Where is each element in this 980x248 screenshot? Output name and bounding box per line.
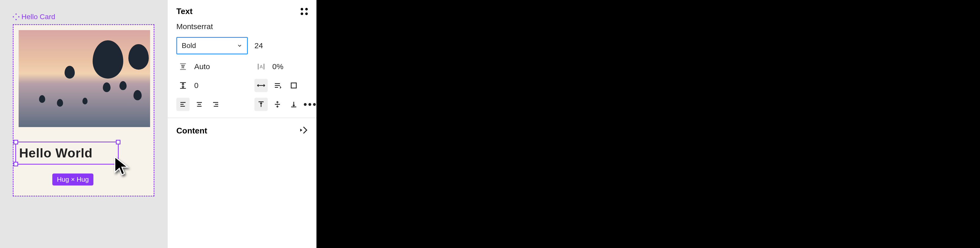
svg-text:A: A — [259, 64, 263, 69]
cursor-icon — [114, 156, 129, 176]
resize-handle-bl[interactable] — [14, 162, 18, 166]
drag-handle-icon[interactable] — [301, 8, 308, 15]
svg-rect-0 — [15, 14, 17, 15]
svg-rect-6 — [291, 83, 296, 88]
component-label[interactable]: Hello Card — [13, 13, 55, 21]
empty-area — [317, 0, 980, 248]
align-bottom-icon[interactable] — [287, 98, 301, 111]
card-image[interactable] — [19, 30, 150, 127]
inspector-panel: Text Montserrat Bold 24 A Auto — [167, 0, 317, 248]
chevron-down-icon — [237, 43, 242, 48]
sizing-badge: Hug × Hug — [52, 173, 94, 186]
align-center-icon[interactable] — [192, 98, 206, 111]
align-right-icon[interactable] — [209, 98, 222, 111]
align-left-icon[interactable] — [177, 98, 189, 111]
apply-content-icon[interactable] — [299, 126, 308, 135]
component-icon — [13, 14, 19, 20]
fixed-size-icon[interactable] — [287, 79, 301, 92]
text-layer-selection[interactable]: Hello World — [15, 141, 119, 165]
canvas[interactable]: Hello Card Hello World Hug × Hug — [0, 0, 167, 248]
card-frame[interactable] — [13, 24, 154, 197]
font-family-field[interactable]: Montserrat — [177, 22, 308, 31]
auto-width-icon[interactable] — [255, 79, 268, 92]
paragraph-spacing-icon — [177, 79, 189, 92]
align-top-icon[interactable] — [255, 98, 268, 111]
paragraph-spacing-value[interactable]: 0 — [194, 81, 199, 90]
letter-spacing-value[interactable]: 0% — [272, 62, 283, 71]
auto-height-icon[interactable] — [271, 79, 284, 92]
svg-rect-2 — [13, 16, 14, 17]
line-height-value[interactable]: Auto — [194, 62, 210, 71]
svg-rect-1 — [15, 19, 17, 20]
font-size-field[interactable]: 24 — [255, 41, 263, 50]
content-section-title: Content — [177, 126, 207, 135]
letter-spacing-icon: A — [255, 60, 268, 73]
svg-rect-3 — [18, 16, 19, 17]
resize-handle-tl[interactable] — [14, 140, 18, 145]
text-section: Text Montserrat Bold 24 A Auto — [168, 0, 317, 118]
resize-handle-tr[interactable] — [116, 140, 121, 145]
line-height-icon: A — [177, 60, 189, 73]
component-label-text: Hello Card — [21, 13, 55, 21]
font-weight-value: Bold — [182, 41, 196, 50]
font-weight-select[interactable]: Bold — [177, 37, 248, 54]
svg-text:A: A — [181, 64, 185, 69]
text-layer-value[interactable]: Hello World — [19, 146, 93, 161]
text-section-title: Text — [177, 6, 192, 16]
content-section: Content — [168, 118, 317, 143]
align-middle-icon[interactable] — [271, 98, 284, 111]
